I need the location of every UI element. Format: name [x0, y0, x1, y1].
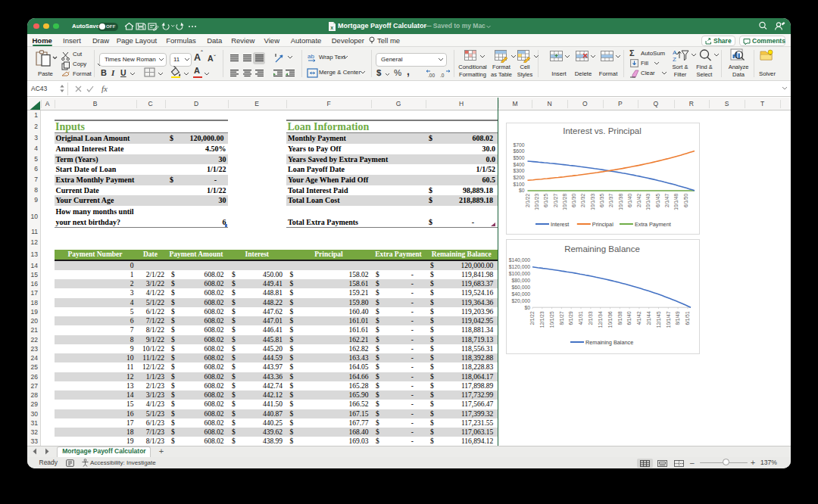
- svg-text:$600: $600: [513, 148, 524, 154]
- svg-text:6/1/51: 6/1/51: [685, 311, 690, 325]
- svg-text:$700: $700: [513, 142, 524, 148]
- svg-text:10/1/33: 10/1/33: [590, 194, 595, 210]
- svg-text:2/1/42: 2/1/42: [636, 194, 642, 207]
- svg-text:2/1/44: 2/1/44: [646, 311, 651, 325]
- svg-text:.0: .0: [440, 73, 445, 78]
- svg-text:$140,000: $140,000: [509, 257, 531, 263]
- svg-text:10/1/47: 10/1/47: [666, 311, 671, 328]
- svg-text:$400: $400: [513, 162, 524, 167]
- svg-text:2/1/33: 2/1/33: [588, 311, 593, 325]
- svg-text:8/1/27: 8/1/27: [559, 311, 564, 325]
- svg-text:Z: Z: [673, 56, 676, 62]
- svg-text:6/1/40: 6/1/40: [626, 311, 632, 325]
- svg-text:6/1/40: 6/1/40: [627, 194, 632, 207]
- svg-text:$100: $100: [513, 182, 524, 187]
- svg-text:6/1/25: 6/1/25: [543, 194, 548, 207]
- svg-text:6/1/45: 6/1/45: [655, 194, 660, 207]
- svg-text:x: x: [330, 24, 333, 30]
- svg-text:2/1/37: 2/1/37: [608, 194, 614, 207]
- svg-text:10/1/38: 10/1/38: [618, 194, 623, 210]
- svg-text:10/1/48: 10/1/48: [673, 194, 679, 210]
- svg-text:12/1/23: 12/1/23: [539, 311, 545, 328]
- svg-text:Interest: Interest: [551, 221, 569, 228]
- svg-text:$0: $0: [519, 188, 525, 193]
- svg-text:2/1/32: 2/1/32: [580, 194, 585, 207]
- svg-text:$60,000: $60,000: [511, 285, 530, 290]
- svg-text:10/1/36: 10/1/36: [607, 311, 613, 328]
- svg-text:$300: $300: [513, 168, 524, 173]
- svg-text:8/1/49: 8/1/49: [675, 311, 680, 325]
- svg-text:$200: $200: [513, 175, 524, 180]
- svg-text:Extra Payment: Extra Payment: [635, 221, 671, 228]
- svg-text:Principal: Principal: [592, 221, 614, 228]
- svg-text:6/1/30: 6/1/30: [571, 194, 576, 207]
- svg-text:2/1/22: 2/1/22: [525, 194, 530, 207]
- svg-text:4/1/31: 4/1/31: [578, 311, 583, 325]
- svg-text:10/1/23: 10/1/23: [534, 194, 539, 210]
- svg-text:2/1/47: 2/1/47: [664, 194, 670, 207]
- svg-text:10/1/43: 10/1/43: [645, 194, 651, 210]
- svg-text:6/1/29: 6/1/29: [568, 311, 573, 325]
- svg-text:Remaining Balance: Remaining Balance: [564, 244, 640, 254]
- svg-text:2/1/22: 2/1/22: [529, 311, 535, 325]
- svg-text:Interest vs. Principal: Interest vs. Principal: [563, 126, 642, 135]
- svg-text:A: A: [673, 49, 677, 56]
- svg-text:.00: .00: [428, 73, 435, 78]
- svg-text:2/1/27: 2/1/27: [553, 194, 558, 207]
- svg-text:6/1/50: 6/1/50: [683, 194, 688, 207]
- svg-text:$20,000: $20,000: [511, 298, 530, 303]
- svg-text:Remaining Balance: Remaining Balance: [585, 339, 633, 346]
- svg-text:10/1/25: 10/1/25: [549, 311, 554, 328]
- svg-text:ab: ab: [308, 53, 314, 60]
- svg-text:4/1/42: 4/1/42: [636, 311, 642, 325]
- svg-text:6/1/35: 6/1/35: [599, 194, 604, 207]
- svg-text:$100,000: $100,000: [509, 271, 531, 276]
- svg-text:$120,000: $120,000: [509, 264, 531, 269]
- svg-text:$0: $0: [524, 305, 530, 310]
- svg-text:12/1/45: 12/1/45: [656, 311, 661, 328]
- svg-text:8/1/38: 8/1/38: [617, 311, 623, 325]
- svg-text:$40,000: $40,000: [511, 291, 530, 297]
- svg-text:$80,000: $80,000: [511, 278, 530, 283]
- svg-text:$500: $500: [513, 155, 524, 160]
- svg-text:10/1/28: 10/1/28: [562, 194, 567, 210]
- svg-text:12/1/34: 12/1/34: [598, 311, 603, 328]
